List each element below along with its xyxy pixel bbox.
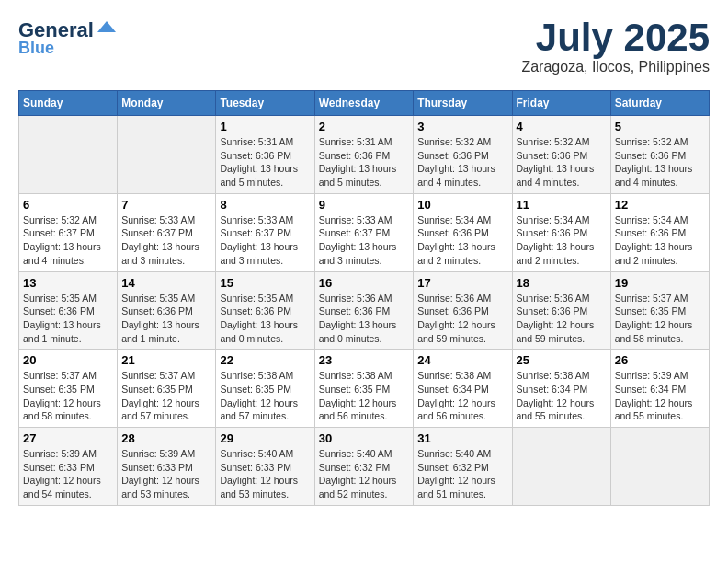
calendar-cell: 28Sunrise: 5:39 AM Sunset: 6:33 PM Dayli… (118, 428, 216, 506)
logo-icon (96, 19, 118, 41)
calendar-cell: 2Sunrise: 5:31 AM Sunset: 6:36 PM Daylig… (314, 116, 414, 194)
day-number: 12 (615, 198, 705, 212)
weekday-header-thursday: Thursday (414, 91, 512, 116)
calendar-week-2: 6Sunrise: 5:32 AM Sunset: 6:37 PM Daylig… (19, 193, 710, 271)
day-info: Sunrise: 5:32 AM Sunset: 6:36 PM Dayligh… (417, 135, 507, 190)
calendar-cell: 7Sunrise: 5:33 AM Sunset: 6:37 PM Daylig… (118, 193, 216, 271)
day-info: Sunrise: 5:32 AM Sunset: 6:36 PM Dayligh… (517, 135, 607, 190)
weekday-header-sunday: Sunday (19, 91, 118, 116)
day-number: 27 (23, 431, 113, 445)
day-info: Sunrise: 5:37 AM Sunset: 6:35 PM Dayligh… (615, 292, 705, 346)
day-number: 8 (220, 198, 310, 212)
calendar-cell: 13Sunrise: 5:35 AM Sunset: 6:36 PM Dayli… (19, 271, 118, 350)
day-info: Sunrise: 5:34 AM Sunset: 6:36 PM Dayligh… (615, 213, 705, 268)
weekday-header-tuesday: Tuesday (216, 91, 314, 116)
calendar-cell: 8Sunrise: 5:33 AM Sunset: 6:37 PM Daylig… (216, 193, 314, 271)
calendar-header: SundayMondayTuesdayWednesdayThursdayFrid… (19, 91, 710, 116)
day-info: Sunrise: 5:31 AM Sunset: 6:36 PM Dayligh… (319, 135, 410, 190)
calendar-cell (610, 428, 709, 506)
day-info: Sunrise: 5:32 AM Sunset: 6:37 PM Dayligh… (23, 213, 113, 268)
day-number: 22 (220, 353, 310, 367)
day-info: Sunrise: 5:40 AM Sunset: 6:33 PM Dayligh… (220, 447, 310, 501)
calendar-cell: 17Sunrise: 5:36 AM Sunset: 6:36 PM Dayli… (414, 271, 512, 350)
logo: General Blue (18, 18, 118, 58)
calendar-cell: 30Sunrise: 5:40 AM Sunset: 6:32 PM Dayli… (314, 428, 414, 506)
day-number: 7 (121, 198, 211, 212)
calendar-cell: 19Sunrise: 5:37 AM Sunset: 6:35 PM Dayli… (610, 271, 709, 350)
calendar-cell: 4Sunrise: 5:32 AM Sunset: 6:36 PM Daylig… (512, 116, 610, 194)
day-number: 4 (517, 120, 607, 133)
weekday-row: SundayMondayTuesdayWednesdayThursdayFrid… (19, 91, 710, 116)
calendar-cell: 25Sunrise: 5:38 AM Sunset: 6:34 PM Dayli… (512, 350, 610, 428)
day-info: Sunrise: 5:34 AM Sunset: 6:36 PM Dayligh… (417, 213, 507, 268)
day-info: Sunrise: 5:37 AM Sunset: 6:35 PM Dayligh… (23, 369, 113, 423)
calendar-cell: 15Sunrise: 5:35 AM Sunset: 6:36 PM Dayli… (216, 271, 314, 350)
day-info: Sunrise: 5:39 AM Sunset: 6:33 PM Dayligh… (23, 447, 113, 501)
calendar-cell: 9Sunrise: 5:33 AM Sunset: 6:37 PM Daylig… (314, 193, 414, 271)
day-info: Sunrise: 5:36 AM Sunset: 6:36 PM Dayligh… (319, 292, 410, 346)
weekday-header-wednesday: Wednesday (314, 91, 414, 116)
logo-blue-text: Blue (18, 39, 54, 58)
calendar-cell: 27Sunrise: 5:39 AM Sunset: 6:33 PM Dayli… (19, 428, 118, 506)
day-info: Sunrise: 5:35 AM Sunset: 6:36 PM Dayligh… (23, 292, 113, 346)
calendar-cell: 21Sunrise: 5:37 AM Sunset: 6:35 PM Dayli… (118, 350, 216, 428)
day-number: 3 (417, 120, 507, 133)
calendar-cell: 5Sunrise: 5:32 AM Sunset: 6:36 PM Daylig… (610, 116, 709, 194)
day-number: 5 (615, 120, 705, 133)
day-number: 30 (319, 431, 410, 445)
calendar-cell: 3Sunrise: 5:32 AM Sunset: 6:36 PM Daylig… (414, 116, 512, 194)
calendar-table: SundayMondayTuesdayWednesdayThursdayFrid… (18, 90, 710, 506)
day-info: Sunrise: 5:40 AM Sunset: 6:32 PM Dayligh… (417, 447, 507, 501)
day-info: Sunrise: 5:37 AM Sunset: 6:35 PM Dayligh… (121, 369, 211, 423)
day-info: Sunrise: 5:35 AM Sunset: 6:36 PM Dayligh… (220, 292, 310, 346)
day-number: 15 (220, 276, 310, 290)
day-info: Sunrise: 5:38 AM Sunset: 6:34 PM Dayligh… (417, 369, 507, 423)
day-number: 23 (319, 353, 410, 367)
day-number: 26 (615, 353, 705, 367)
location: Zaragoza, Ilocos, Philippines (521, 59, 710, 75)
calendar-cell: 6Sunrise: 5:32 AM Sunset: 6:37 PM Daylig… (19, 193, 118, 271)
calendar-cell: 10Sunrise: 5:34 AM Sunset: 6:36 PM Dayli… (414, 193, 512, 271)
calendar-cell: 16Sunrise: 5:36 AM Sunset: 6:36 PM Dayli… (314, 271, 414, 350)
calendar-cell: 1Sunrise: 5:31 AM Sunset: 6:36 PM Daylig… (216, 116, 314, 194)
calendar-cell: 11Sunrise: 5:34 AM Sunset: 6:36 PM Dayli… (512, 193, 610, 271)
day-number: 29 (220, 431, 310, 445)
day-info: Sunrise: 5:40 AM Sunset: 6:32 PM Dayligh… (319, 447, 410, 501)
title-block: July 2025 Zaragoza, Ilocos, Philippines (521, 18, 710, 75)
day-info: Sunrise: 5:31 AM Sunset: 6:36 PM Dayligh… (220, 135, 310, 190)
day-info: Sunrise: 5:33 AM Sunset: 6:37 PM Dayligh… (220, 213, 310, 268)
day-number: 18 (517, 276, 607, 290)
day-info: Sunrise: 5:38 AM Sunset: 6:34 PM Dayligh… (517, 369, 607, 423)
calendar-cell: 14Sunrise: 5:35 AM Sunset: 6:36 PM Dayli… (118, 271, 216, 350)
day-info: Sunrise: 5:36 AM Sunset: 6:36 PM Dayligh… (517, 292, 607, 346)
weekday-header-friday: Friday (512, 91, 610, 116)
calendar-cell: 12Sunrise: 5:34 AM Sunset: 6:36 PM Dayli… (610, 193, 709, 271)
day-number: 17 (417, 276, 507, 290)
day-info: Sunrise: 5:34 AM Sunset: 6:36 PM Dayligh… (517, 213, 607, 268)
calendar-cell: 31Sunrise: 5:40 AM Sunset: 6:32 PM Dayli… (414, 428, 512, 506)
day-info: Sunrise: 5:39 AM Sunset: 6:33 PM Dayligh… (121, 447, 211, 501)
calendar-body: 1Sunrise: 5:31 AM Sunset: 6:36 PM Daylig… (19, 116, 710, 506)
calendar-cell: 29Sunrise: 5:40 AM Sunset: 6:33 PM Dayli… (216, 428, 314, 506)
day-number: 1 (220, 120, 310, 133)
weekday-header-saturday: Saturday (610, 91, 709, 116)
month-title: July 2025 (521, 18, 710, 57)
day-number: 10 (417, 198, 507, 212)
page-header: General Blue July 2025 Zaragoza, Ilocos,… (18, 18, 710, 75)
day-info: Sunrise: 5:38 AM Sunset: 6:35 PM Dayligh… (319, 369, 410, 423)
day-number: 28 (121, 431, 211, 445)
weekday-header-monday: Monday (118, 91, 216, 116)
day-info: Sunrise: 5:32 AM Sunset: 6:36 PM Dayligh… (615, 135, 705, 190)
day-number: 11 (517, 198, 607, 212)
calendar-cell: 26Sunrise: 5:39 AM Sunset: 6:34 PM Dayli… (610, 350, 709, 428)
calendar-week-4: 20Sunrise: 5:37 AM Sunset: 6:35 PM Dayli… (19, 350, 710, 428)
day-number: 2 (319, 120, 410, 133)
calendar-cell: 18Sunrise: 5:36 AM Sunset: 6:36 PM Dayli… (512, 271, 610, 350)
svg-marker-0 (97, 21, 116, 32)
day-number: 13 (23, 276, 113, 290)
calendar-cell (512, 428, 610, 506)
calendar-cell: 22Sunrise: 5:38 AM Sunset: 6:35 PM Dayli… (216, 350, 314, 428)
day-info: Sunrise: 5:35 AM Sunset: 6:36 PM Dayligh… (121, 292, 211, 346)
calendar-cell: 20Sunrise: 5:37 AM Sunset: 6:35 PM Dayli… (19, 350, 118, 428)
day-number: 31 (417, 431, 507, 445)
